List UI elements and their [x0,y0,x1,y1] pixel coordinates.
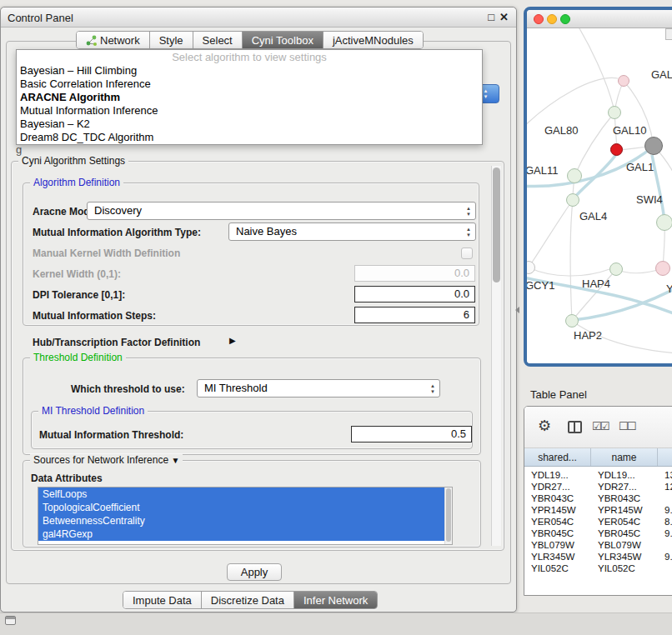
column-header-name[interactable]: name [591,448,658,466]
zoom-traffic-light-icon[interactable] [560,14,570,24]
control-panel-titlebar[interactable]: Control Panel □ ✕ [1,8,516,28]
dropdown-item-bayesian-k2[interactable]: Bayesian – K2 [17,118,482,131]
network-node[interactable] [565,314,579,328]
docked-panel-icon[interactable] [5,616,16,625]
gear-icon[interactable]: ⚙ [538,417,551,435]
network-scrollbar-stub[interactable] [665,28,672,40]
attribute-topologicalcoefficient[interactable]: TopologicalCoefficient [38,501,444,514]
cell-shared-name: YIL052C [524,563,591,575]
mi-threshold-field[interactable]: 0.5 [351,426,472,442]
mi-threshold-label: Mutual Information Threshold: [39,429,183,441]
cell-name: YLR345W [591,552,658,563]
table-row[interactable]: YER054C YER054C 8. [524,517,672,528]
network-node[interactable] [644,137,663,155]
tab-network-label: Network [100,34,140,47]
network-window-titlebar[interactable] [527,10,672,28]
table-row[interactable]: YBR043C YBR043C [524,493,672,505]
mi-algorithm-type-label: Mutual Information Algorithm Type: [33,227,201,238]
cell-value: 13 [658,470,672,482]
network-node[interactable] [524,261,535,274]
attribute-selfloops[interactable]: SelfLoops [38,488,444,501]
column-header-clipped[interactable] [658,448,672,466]
node-label: GAL4 [579,210,607,222]
settings-scrollbar[interactable] [491,166,501,546]
column-header-shared-name[interactable]: shared... [524,448,591,466]
clipped-label-fragment: g [16,143,22,156]
collapsed-arrow-icon[interactable]: ▶ [229,336,236,345]
data-attributes-list[interactable]: SelfLoops TopologicalCoefficient Between… [38,487,453,545]
table-row[interactable]: YDL19... YDL19... 13 [524,470,672,482]
tab-cyni-toolbox[interactable]: Cyni Toolbox [243,32,323,48]
float-window-icon[interactable]: □ [488,11,494,24]
aracne-mode-select[interactable]: Discovery ▲▼ [87,202,476,220]
network-node[interactable] [609,262,623,276]
dpi-tolerance-field[interactable]: 0.0 [354,286,475,302]
aracne-mode-value: Discovery [94,204,142,217]
attribute-betweennesscentrality[interactable]: BetweennessCentrality [38,514,444,528]
apply-button[interactable]: Apply [227,563,282,581]
network-node[interactable] [567,168,582,183]
manual-kernel-width-checkbox[interactable] [461,248,473,259]
network-node[interactable] [656,214,672,231]
hub-section-label[interactable]: Hub/Transcription Factor Definition [33,337,200,348]
network-node[interactable] [618,75,629,87]
network-node[interactable] [566,193,579,207]
node-label: GAL [651,68,672,81]
splitter-collapse-arrow[interactable] [515,307,519,313]
table-row[interactable]: YIL052C YIL052C [524,563,672,575]
network-node[interactable] [610,143,623,156]
network-canvas[interactable]: GAL GAL80 GAL10 GAL11 GAL1 SWI4 GAL4 GCY… [527,28,672,363]
sources-group-title[interactable]: Sources for Network Inference ▼ [30,454,183,466]
settings-scrollbar-thumb[interactable] [493,168,500,282]
tab-style[interactable]: Style [150,32,193,48]
close-traffic-light-icon[interactable] [534,14,544,24]
columns-icon[interactable] [568,421,582,433]
cell-value: 9. [658,505,672,517]
dropdown-item-mutual-information[interactable]: Mutual Information Inference [17,104,482,118]
attribute-list-scrollbar-thumb[interactable] [446,488,451,542]
network-node[interactable] [655,261,670,276]
bottom-tab-bar: Impute Data Discretize Data Infer Networ… [123,591,378,609]
tab-discretize-data[interactable]: Discretize Data [202,592,294,608]
deselect-all-icon[interactable]: ☐☐ [619,420,634,432]
kernel-width-field[interactable]: 0.0 [354,265,475,282]
cell-name: YER054C [591,517,658,528]
attribute-list-scrollbar[interactable] [444,488,452,544]
which-threshold-label: Which threshold to use: [71,383,185,395]
table-row[interactable]: YBR045C YBR045C 9. [524,528,672,540]
which-threshold-select[interactable]: MI Threshold ▲▼ [197,379,440,398]
settings-group-title: Cyni Algorithm Settings [18,155,128,167]
dropdown-item-bayesian-hill-climbing[interactable]: Bayesian – Hill Climbing [17,64,482,78]
dropdown-item-basic-correlation[interactable]: Basic Correlation Inference [17,78,482,91]
minimize-traffic-light-icon[interactable] [547,14,557,24]
mi-algorithm-type-value: Naive Bayes [236,225,297,238]
table-row[interactable]: YPR145W YPR145W 9. [524,505,672,517]
select-all-icon[interactable]: ☑☑ [592,420,608,432]
tab-impute-data[interactable]: Impute Data [123,592,202,608]
table-row[interactable]: YLR345W YLR345W 9. [524,552,672,563]
dropdown-item-aracne[interactable]: ARACNE Algorithm [17,91,482,104]
tab-infer-network[interactable]: Infer Network [294,592,377,608]
cell-shared-name: YBR045C [524,528,591,540]
cell-shared-name: YDL19... [524,470,591,482]
algorithm-definition-title: Algorithm Definition [30,177,123,188]
attribute-gal4rgexp[interactable]: gal4RGexp [38,528,444,541]
kernel-width-label: Kernel Width (0,1): [33,268,121,280]
tab-cyni-toolbox-label: Cyni Toolbox [252,34,313,47]
table-row[interactable]: YDR27... YDR27... 12 [524,482,672,493]
network-icon [86,35,97,46]
close-window-icon[interactable]: ✕ [499,11,509,24]
node-label: HAP2 [574,329,602,342]
node-label: GAL1 [626,161,654,173]
dropdown-item-dream8[interactable]: Dream8 DC_TDC Algorithm [17,131,482,144]
tab-select[interactable]: Select [193,32,243,48]
cell-name: YBR043C [591,493,658,505]
cell-value: 12 [658,482,672,493]
mi-algorithm-type-select[interactable]: Naive Bayes ▲▼ [228,222,476,241]
tab-jactivemnodules[interactable]: jActiveMNodules [323,32,423,48]
network-node[interactable] [608,106,621,119]
mi-steps-field[interactable]: 6 [354,307,475,323]
tab-network[interactable]: Network [77,32,150,48]
table-row[interactable]: YBL079W YBL079W [524,540,672,552]
node-label: Y [666,282,672,295]
